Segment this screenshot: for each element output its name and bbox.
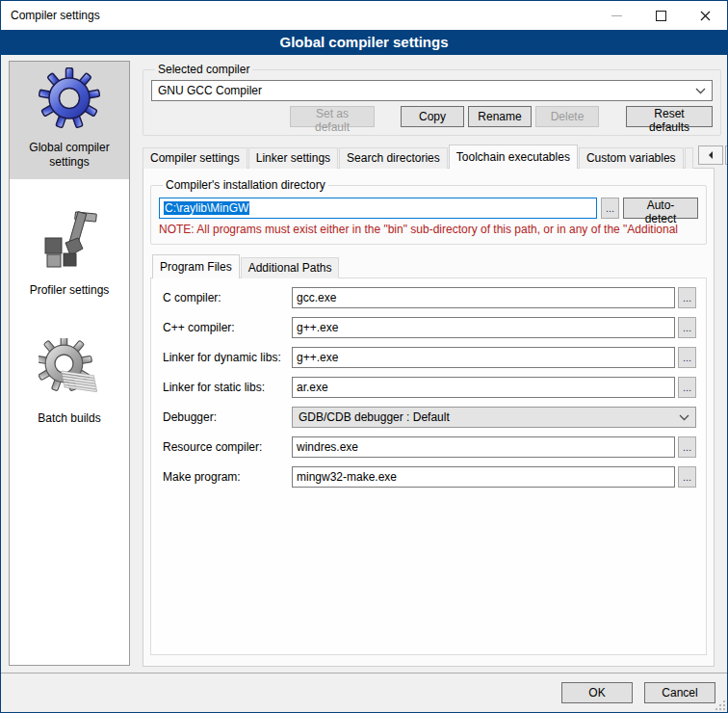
- sidebar-item-label: Batch builds: [38, 411, 100, 426]
- browse-cpp-compiler-button[interactable]: ...: [678, 317, 696, 338]
- c-compiler-input[interactable]: gcc.exe: [292, 287, 675, 308]
- installation-directory-row: C:\raylib\MinGW ... Auto-detect: [159, 198, 698, 219]
- cpp-compiler-value: g++.exe: [297, 321, 338, 334]
- browse-resource-compiler-button[interactable]: ...: [678, 436, 696, 458]
- dialog-content: Global compiler settings Profiler settin…: [1, 55, 727, 712]
- browse-c-compiler-button[interactable]: ...: [678, 287, 696, 308]
- compiler-buttons-row: Set as default Copy Rename Delete Reset …: [151, 106, 713, 127]
- installation-note: NOTE: All programs must exist either in …: [159, 223, 698, 236]
- field-row-c-compiler: C compiler: gcc.exe ...: [163, 287, 696, 308]
- close-icon: [700, 11, 711, 21]
- selected-compiler-group: Selected compiler GNU GCC Compiler Set a…: [143, 63, 721, 136]
- subtab-program-files[interactable]: Program Files: [152, 254, 240, 278]
- debugger-select[interactable]: GDB/CDB debugger : Default: [292, 407, 696, 428]
- c-compiler-value: gcc.exe: [297, 291, 336, 304]
- resize-grip[interactable]: [715, 700, 725, 710]
- chevron-down-icon: [695, 88, 706, 94]
- field-row-resource-compiler: Resource compiler: windres.exe ...: [163, 436, 696, 458]
- rename-button[interactable]: Rename: [468, 106, 532, 127]
- compiler-select-value: GNU GCC Compiler: [158, 84, 695, 97]
- minimize-icon: [611, 15, 622, 16]
- sidebar-item-profiler-settings[interactable]: Profiler settings: [10, 204, 129, 307]
- tab-scroll-left-button[interactable]: [698, 145, 723, 165]
- tab-compiler-settings[interactable]: Compiler settings: [143, 147, 247, 169]
- field-label: Linker for dynamic libs:: [163, 351, 292, 364]
- tab-scroll-right-button[interactable]: [725, 145, 728, 165]
- dialog-footer: OK Cancel: [1, 673, 727, 712]
- program-files-page: C compiler: gcc.exe ... C++ compiler: g+…: [150, 277, 707, 655]
- sidebar-item-label: Global compiler settings: [12, 141, 127, 170]
- field-label: C++ compiler:: [163, 321, 292, 334]
- field-label: Debugger:: [163, 410, 292, 424]
- tab-build-options[interactable]: Build: [685, 147, 693, 169]
- blue-gear-icon: [39, 67, 100, 129]
- chevron-down-icon: [679, 414, 689, 421]
- resource-compiler-input[interactable]: windres.exe: [292, 436, 675, 458]
- main-panel: Selected compiler GNU GCC Compiler Set a…: [138, 61, 721, 667]
- field-label: Make program:: [163, 470, 292, 484]
- window-title: Compiler settings: [1, 9, 594, 22]
- installation-directory-group: Compiler's installation directory C:\ray…: [150, 178, 707, 245]
- tab-linker-settings[interactable]: Linker settings: [248, 147, 338, 169]
- minimize-button[interactable]: [594, 1, 638, 30]
- installation-directory-input[interactable]: C:\raylib\MinGW: [159, 198, 597, 219]
- program-files-tabstrip: Program Files Additional Paths: [152, 254, 707, 278]
- selected-compiler-label: Selected compiler: [155, 63, 252, 76]
- maximize-button[interactable]: [638, 1, 683, 30]
- installation-directory-label: Compiler's installation directory: [163, 178, 328, 192]
- field-row-make-program: Make program: mingw32-make.exe ...: [163, 466, 696, 488]
- tab-custom-variables[interactable]: Custom variables: [579, 147, 684, 169]
- browse-directory-button[interactable]: ...: [601, 198, 619, 219]
- field-row-static-linker: Linker for static libs: ar.exe ...: [163, 377, 696, 398]
- field-label: Resource compiler:: [163, 440, 292, 454]
- window-titlebar: Compiler settings: [1, 1, 727, 30]
- arrow-left-icon: [708, 151, 714, 159]
- sidebar-item-global-compiler-settings[interactable]: Global compiler settings: [10, 62, 129, 179]
- ok-button[interactable]: OK: [561, 682, 633, 703]
- set-as-default-button[interactable]: Set as default: [290, 106, 375, 127]
- field-row-cpp-compiler: C++ compiler: g++.exe ...: [163, 317, 696, 338]
- toolchain-executables-page: Compiler's installation directory C:\ray…: [143, 168, 715, 667]
- debugger-value: GDB/CDB debugger : Default: [299, 410, 679, 424]
- settings-tabstrip: Compiler settings Linker settings Search…: [143, 145, 721, 169]
- delete-button[interactable]: Delete: [535, 106, 599, 127]
- resource-compiler-value: windres.exe: [297, 440, 358, 454]
- sidebar: Global compiler settings Profiler settin…: [9, 61, 130, 666]
- page-title: Global compiler settings: [1, 30, 727, 55]
- field-label: C compiler:: [163, 291, 292, 304]
- maximize-icon: [656, 11, 666, 21]
- cancel-button[interactable]: Cancel: [644, 682, 715, 703]
- caliper-icon: [39, 210, 100, 272]
- tab-scroll-arrows: [696, 145, 728, 165]
- auto-detect-button[interactable]: Auto-detect: [623, 198, 698, 219]
- dynamic-linker-value: g++.exe: [297, 351, 338, 364]
- copy-button[interactable]: Copy: [401, 106, 464, 127]
- cpp-compiler-input[interactable]: g++.exe: [292, 317, 675, 338]
- field-row-dynamic-linker: Linker for dynamic libs: g++.exe ...: [163, 347, 696, 368]
- compiler-settings-dialog: Compiler settings Global compiler settin…: [0, 0, 728, 713]
- make-program-input[interactable]: mingw32-make.exe: [292, 466, 675, 488]
- browse-dynamic-linker-button[interactable]: ...: [678, 347, 696, 368]
- field-row-debugger: Debugger: GDB/CDB debugger : Default: [163, 407, 696, 428]
- field-label: Linker for static libs:: [163, 381, 292, 394]
- sidebar-item-label: Profiler settings: [30, 283, 110, 298]
- tab-search-directories[interactable]: Search directories: [339, 147, 448, 169]
- sidebar-item-batch-builds[interactable]: Batch builds: [10, 332, 129, 436]
- browse-make-program-button[interactable]: ...: [678, 466, 696, 488]
- subtab-additional-paths[interactable]: Additional Paths: [241, 257, 340, 278]
- compiler-select[interactable]: GNU GCC Compiler: [151, 80, 713, 101]
- tab-toolchain-executables[interactable]: Toolchain executables: [449, 145, 578, 169]
- dynamic-linker-input[interactable]: g++.exe: [292, 347, 675, 368]
- static-linker-value: ar.exe: [297, 381, 328, 394]
- static-linker-input[interactable]: ar.exe: [292, 377, 675, 398]
- close-button[interactable]: [683, 1, 727, 30]
- installation-directory-value: C:\raylib\MinGW: [164, 201, 249, 215]
- make-program-value: mingw32-make.exe: [297, 470, 397, 484]
- reset-defaults-button[interactable]: Reset defaults: [626, 106, 713, 127]
- browse-static-linker-button[interactable]: ...: [678, 377, 696, 398]
- gray-gear-papers-icon: [39, 338, 100, 400]
